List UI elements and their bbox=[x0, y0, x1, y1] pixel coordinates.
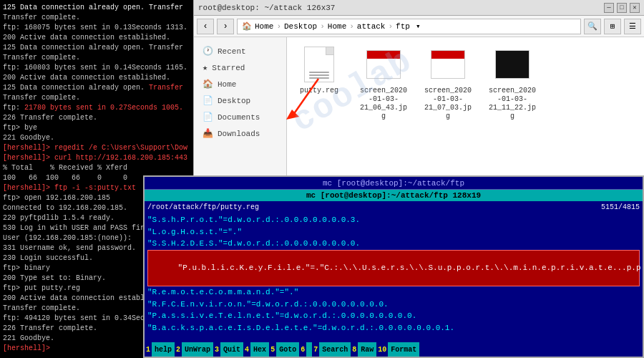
t6: ftp: 160803 bytes sent in 0.14Seconds 11… bbox=[3, 63, 190, 73]
t13: 221 Goodbye. bbox=[3, 133, 190, 143]
mc-footer-item-4[interactable]: 4 Hex bbox=[243, 342, 269, 357]
mc-highlighted-line: "P.u.b.l.i.c.K.e.y.F.i.l.e."=."C.:.\.\.U… bbox=[178, 263, 643, 272]
mc-footer-item-7[interactable]: 7 Search bbox=[312, 342, 351, 357]
breadcrumb-home[interactable]: Home bbox=[255, 22, 273, 31]
mc-footer-item-2[interactable]: 2 UnWrap bbox=[175, 342, 213, 357]
thumb-screen3 bbox=[495, 50, 530, 79]
file-putty-reg[interactable]: putty.reg bbox=[294, 44, 344, 95]
t11: 226 Transfer complete. bbox=[3, 113, 190, 123]
close-button[interactable]: ✕ bbox=[630, 3, 640, 13]
fm-toolbar: ‹ › 🏠 Home › Desktop › Home › attack › f… bbox=[194, 16, 644, 37]
mc-fnum-8: 8 bbox=[351, 346, 358, 354]
mc-footer-item-6[interactable]: 6 bbox=[299, 342, 312, 357]
t4: 125 Data connection already open. Transf… bbox=[3, 43, 190, 53]
sidebar-item-downloads[interactable]: 📥 Downloads bbox=[194, 125, 286, 142]
doc-line-1 bbox=[309, 72, 329, 73]
breadcrumb-home2[interactable]: Home bbox=[328, 22, 346, 31]
mc-line-5: "R.e.m.o.t.e.C.o.m.m.a.n.d."="." bbox=[147, 286, 640, 299]
mc-fnum-2: 2 bbox=[175, 346, 182, 354]
mc-line-1: "S.s.h.P.r.o.t."=d.w.o.r.d.:.0.0.0.0.0.0… bbox=[147, 214, 640, 226]
mc-footer-item-5[interactable]: 5 Goto bbox=[269, 342, 299, 357]
fm-title-text: root@desktop: ~/attack 126x37 bbox=[198, 4, 335, 12]
view-options-button[interactable]: ⊞ bbox=[604, 19, 621, 34]
sidebar-item-home[interactable]: 🏠 Home bbox=[194, 76, 286, 92]
minimize-button[interactable]: ─ bbox=[604, 3, 614, 13]
search-button[interactable]: 🔍 bbox=[584, 19, 601, 34]
sidebar-label-documents: Documents bbox=[218, 113, 260, 122]
mc-flabel-hex: Hex bbox=[250, 342, 269, 357]
sep1: › bbox=[276, 22, 281, 31]
mc-flabel-format: Format bbox=[388, 342, 419, 357]
t1: Transfer complete. bbox=[3, 13, 190, 23]
mc-footer-item-1[interactable]: 1 help bbox=[145, 342, 175, 357]
sidebar-label-downloads: Downloads bbox=[218, 130, 260, 138]
breadcrumb-home-icon: 🏠 bbox=[242, 21, 252, 31]
fm-body: 🕐 Recent ★ Starred 🏠 Home 📄 Desktop 📄 Do… bbox=[194, 37, 644, 175]
mc-footer-item-3[interactable]: 3 Quit bbox=[213, 342, 243, 357]
t10: ftp: 21780 bytes sent in 0.27Seconds 100… bbox=[3, 103, 190, 113]
mc-footer: 1 help 2 UnWrap 3 Quit 4 Hex 5 Goto 6 7 … bbox=[145, 342, 643, 357]
mc-flabel-goto: Goto bbox=[276, 342, 299, 357]
mc-line-4: "P.u.b.l.i.c.K.e.y.F.i.l.e."=."C.:.\.\.U… bbox=[147, 250, 640, 287]
maximize-button[interactable]: □ bbox=[617, 3, 627, 13]
back-button[interactable]: ‹ bbox=[197, 19, 214, 34]
mc-subtitle: mc [root@desktop]:~/attack/ftp 128x19 bbox=[145, 190, 643, 201]
sidebar-label-home: Home bbox=[218, 80, 236, 89]
sidebar-label-desktop: Desktop bbox=[218, 97, 250, 105]
recent-icon: 🕐 bbox=[203, 46, 213, 57]
breadcrumb: 🏠 Home › Desktop › Home › attack › ftp ▾ bbox=[237, 19, 581, 34]
file-label-putty: putty.reg bbox=[300, 87, 338, 95]
file-screen1[interactable]: screen_2020-01-03-21_06_43.jpg bbox=[358, 44, 409, 121]
sidebar-item-desktop[interactable]: 📄 Desktop bbox=[194, 92, 286, 109]
sidebar-label-starred: Starred bbox=[212, 64, 245, 72]
breadcrumb-desktop[interactable]: Desktop bbox=[284, 22, 317, 31]
sidebar-item-starred[interactable]: ★ Starred bbox=[194, 59, 286, 76]
menu-button[interactable]: ☰ bbox=[624, 19, 641, 34]
file-label-screen2: screen_2020-01-03-21_07_03.jpg bbox=[423, 87, 473, 121]
sidebar-item-recent[interactable]: 🕐 Recent bbox=[194, 43, 286, 59]
mc-flabel-unwrap: UnWrap bbox=[182, 342, 213, 357]
t7: 200 Active data connection established. bbox=[3, 73, 190, 83]
file-label-screen3: screen_2020-01-03-21_11_22.jpg bbox=[487, 87, 537, 121]
file-label-screen1: screen_2020-01-03-21_06_43.jpg bbox=[358, 87, 409, 121]
breadcrumb-attack[interactable]: attack bbox=[357, 22, 386, 31]
mc-fnum-1: 1 bbox=[145, 346, 152, 354]
mc-footer-item-8[interactable]: 8 Raw bbox=[351, 342, 376, 357]
mc-fnum-7: 7 bbox=[312, 346, 319, 354]
window-controls: ─ □ ✕ bbox=[604, 3, 640, 13]
doc-line-2 bbox=[309, 74, 329, 76]
mc-flabel-raw: Raw bbox=[358, 342, 376, 357]
mc-subtitle-text: mc [root@desktop]:~/attack/ftp 128x19 bbox=[306, 191, 481, 200]
file-icon-putty bbox=[302, 44, 336, 84]
mc-fnum-10: 10 bbox=[376, 346, 388, 354]
mc-line-6: "R.F.C.E.n.v.i.r.o.n."=d.w.o.r.d.:.0.0.0… bbox=[147, 299, 640, 311]
file-screen3[interactable]: screen_2020-01-03-21_11_22.jpg bbox=[487, 44, 537, 121]
doc-lines bbox=[309, 72, 329, 79]
home-icon: 🏠 bbox=[203, 79, 213, 90]
t8: 125 Data connection already open. Transf… bbox=[3, 83, 190, 93]
mc-flabel-6 bbox=[306, 342, 312, 357]
downloads-icon: 📥 bbox=[203, 128, 213, 139]
mc-header-row: /root/attack/ftp/putty.reg 5151/4815 bbox=[145, 201, 643, 213]
mc-flabel-help: help bbox=[152, 342, 175, 357]
mc-line-3: "S.S.H.2.D.E.S."=d.w.o.r.d.:.0.0.0.0.0.0… bbox=[147, 238, 640, 250]
t2: ftp: 168075 bytes sent in 0.13Seconds 13… bbox=[3, 23, 190, 33]
breadcrumb-ftp[interactable]: ftp bbox=[396, 22, 410, 31]
file-manager: root@desktop: ~/attack 126x37 ─ □ ✕ ‹ › … bbox=[193, 0, 644, 175]
t9: Transfer complete. bbox=[3, 93, 190, 103]
file-screen2[interactable]: screen_2020-01-03-21_07_03.jpg bbox=[423, 44, 473, 121]
mc-file-path: /root/attack/ftp/putty.reg bbox=[147, 203, 259, 211]
thumb-screen1 bbox=[366, 50, 401, 79]
t5: Transfer complete. bbox=[3, 53, 190, 63]
doc-line-3 bbox=[309, 77, 329, 79]
t15: [hershell]> curl http://192.168.200.185:… bbox=[3, 153, 190, 163]
doc-icon bbox=[304, 47, 334, 82]
t12: ftp> bye bbox=[3, 123, 190, 133]
sep2: › bbox=[320, 22, 325, 31]
fm-content: putty.reg screen_2020-01-03-21_06_43.jpg… bbox=[287, 37, 644, 175]
sidebar-item-documents[interactable]: 📄 Documents bbox=[194, 109, 286, 125]
breadcrumb-dropdown-icon[interactable]: ▾ bbox=[416, 21, 421, 31]
mc-footer-item-10[interactable]: 10 Format bbox=[376, 342, 419, 357]
desktop-icon: 📄 bbox=[203, 95, 213, 106]
forward-button[interactable]: › bbox=[217, 19, 234, 34]
